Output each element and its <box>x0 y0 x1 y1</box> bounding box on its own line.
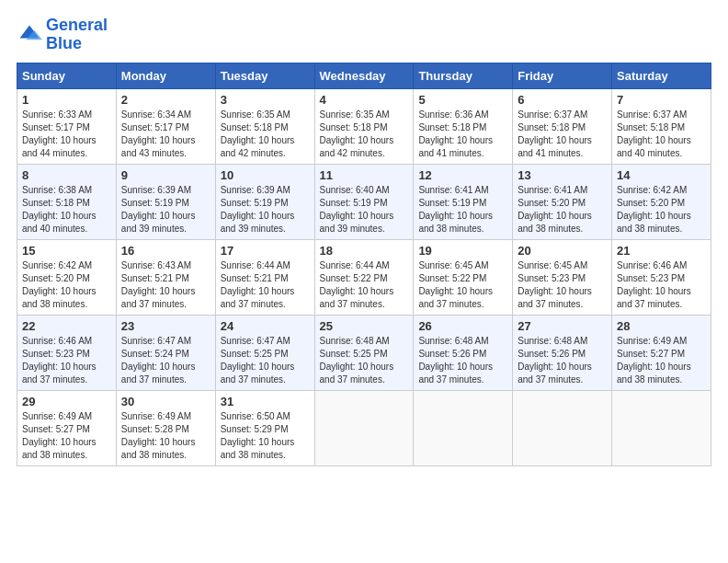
calendar-header-sunday: Sunday <box>17 63 117 88</box>
day-number: 13 <box>518 168 607 182</box>
day-info: Sunrise: 6:37 AMSunset: 5:18 PMDaylight:… <box>617 109 691 158</box>
calendar-cell: 15 Sunrise: 6:42 AMSunset: 5:20 PMDaylig… <box>17 239 117 315</box>
day-number: 25 <box>320 319 409 333</box>
day-info: Sunrise: 6:41 AMSunset: 5:19 PMDaylight:… <box>418 185 493 234</box>
day-number: 11 <box>320 168 409 182</box>
day-number: 30 <box>121 395 210 408</box>
calendar-cell: 10 Sunrise: 6:39 AMSunset: 5:19 PMDaylig… <box>215 164 314 239</box>
calendar-table: SundayMondayTuesdayWednesdayThursdayFrid… <box>17 63 711 466</box>
calendar-cell <box>513 390 612 465</box>
calendar-cell <box>612 390 711 465</box>
calendar-cell: 4 Sunrise: 6:35 AMSunset: 5:18 PMDayligh… <box>314 88 414 164</box>
day-info: Sunrise: 6:45 AMSunset: 5:23 PMDaylight:… <box>518 260 592 309</box>
day-number: 12 <box>418 168 507 182</box>
day-number: 23 <box>121 319 210 333</box>
day-info: Sunrise: 6:46 AMSunset: 5:23 PMDaylight:… <box>617 260 691 309</box>
day-info: Sunrise: 6:45 AMSunset: 5:22 PMDaylight:… <box>418 260 493 309</box>
calendar-header-tuesday: Tuesday <box>215 63 314 88</box>
day-number: 19 <box>418 244 507 258</box>
day-info: Sunrise: 6:39 AMSunset: 5:19 PMDaylight:… <box>121 185 196 234</box>
day-info: Sunrise: 6:42 AMSunset: 5:20 PMDaylight:… <box>617 185 691 234</box>
calendar-cell: 24 Sunrise: 6:47 AMSunset: 5:25 PMDaylig… <box>215 315 314 390</box>
day-info: Sunrise: 6:50 AMSunset: 5:29 PMDaylight:… <box>221 411 295 460</box>
day-number: 6 <box>518 93 607 107</box>
calendar-cell: 12 Sunrise: 6:41 AMSunset: 5:19 PMDaylig… <box>414 164 513 239</box>
calendar-cell: 22 Sunrise: 6:46 AMSunset: 5:23 PMDaylig… <box>17 315 117 390</box>
calendar-cell: 7 Sunrise: 6:37 AMSunset: 5:18 PMDayligh… <box>612 88 711 164</box>
day-info: Sunrise: 6:46 AMSunset: 5:23 PMDaylight:… <box>22 336 97 385</box>
day-info: Sunrise: 6:49 AMSunset: 5:27 PMDaylight:… <box>617 336 691 385</box>
calendar-header-saturday: Saturday <box>612 63 711 88</box>
day-info: Sunrise: 6:44 AMSunset: 5:21 PMDaylight:… <box>221 260 295 309</box>
calendar-header-friday: Friday <box>513 63 612 88</box>
day-number: 16 <box>121 244 210 258</box>
calendar-cell: 3 Sunrise: 6:35 AMSunset: 5:18 PMDayligh… <box>215 88 314 164</box>
day-number: 14 <box>617 168 706 182</box>
day-number: 3 <box>221 93 310 107</box>
day-info: Sunrise: 6:41 AMSunset: 5:20 PMDaylight:… <box>518 185 592 234</box>
day-number: 29 <box>22 395 111 408</box>
calendar-cell: 29 Sunrise: 6:49 AMSunset: 5:27 PMDaylig… <box>17 390 117 465</box>
header: General Blue <box>17 17 711 53</box>
day-info: Sunrise: 6:47 AMSunset: 5:25 PMDaylight:… <box>221 336 295 385</box>
day-number: 2 <box>121 93 210 107</box>
day-info: Sunrise: 6:47 AMSunset: 5:24 PMDaylight:… <box>121 336 196 385</box>
day-info: Sunrise: 6:38 AMSunset: 5:18 PMDaylight:… <box>22 185 97 234</box>
day-number: 28 <box>617 319 706 333</box>
calendar-cell: 9 Sunrise: 6:39 AMSunset: 5:19 PMDayligh… <box>116 164 215 239</box>
day-info: Sunrise: 6:42 AMSunset: 5:20 PMDaylight:… <box>22 260 97 309</box>
day-number: 26 <box>418 319 507 333</box>
day-number: 1 <box>22 93 111 107</box>
day-number: 5 <box>418 93 507 107</box>
calendar-week-row: 29 Sunrise: 6:49 AMSunset: 5:27 PMDaylig… <box>17 390 711 465</box>
calendar-cell: 19 Sunrise: 6:45 AMSunset: 5:22 PMDaylig… <box>414 239 513 315</box>
day-info: Sunrise: 6:37 AMSunset: 5:18 PMDaylight:… <box>518 109 592 158</box>
logo-icon <box>17 22 42 48</box>
day-info: Sunrise: 6:40 AMSunset: 5:19 PMDaylight:… <box>320 185 394 234</box>
calendar-header-wednesday: Wednesday <box>314 63 414 88</box>
day-number: 22 <box>22 319 111 333</box>
day-info: Sunrise: 6:48 AMSunset: 5:25 PMDaylight:… <box>320 336 394 385</box>
day-number: 21 <box>617 244 706 258</box>
day-number: 15 <box>22 244 111 258</box>
logo-text: General Blue <box>46 17 108 53</box>
calendar-cell <box>314 390 414 465</box>
calendar-cell: 27 Sunrise: 6:48 AMSunset: 5:26 PMDaylig… <box>513 315 612 390</box>
calendar-week-row: 8 Sunrise: 6:38 AMSunset: 5:18 PMDayligh… <box>17 164 711 239</box>
calendar-cell: 13 Sunrise: 6:41 AMSunset: 5:20 PMDaylig… <box>513 164 612 239</box>
day-number: 10 <box>221 168 310 182</box>
day-info: Sunrise: 6:48 AMSunset: 5:26 PMDaylight:… <box>518 336 592 385</box>
calendar-week-row: 1 Sunrise: 6:33 AMSunset: 5:17 PMDayligh… <box>17 88 711 164</box>
day-info: Sunrise: 6:36 AMSunset: 5:18 PMDaylight:… <box>418 109 493 158</box>
logo: General Blue <box>17 17 108 53</box>
calendar-cell: 16 Sunrise: 6:43 AMSunset: 5:21 PMDaylig… <box>116 239 215 315</box>
calendar-header-row: SundayMondayTuesdayWednesdayThursdayFrid… <box>17 63 711 88</box>
calendar-header-monday: Monday <box>116 63 215 88</box>
day-info: Sunrise: 6:35 AMSunset: 5:18 PMDaylight:… <box>221 109 295 158</box>
calendar-cell: 31 Sunrise: 6:50 AMSunset: 5:29 PMDaylig… <box>215 390 314 465</box>
calendar-header-thursday: Thursday <box>414 63 513 88</box>
day-number: 24 <box>221 319 310 333</box>
day-number: 31 <box>221 395 310 408</box>
calendar-week-row: 15 Sunrise: 6:42 AMSunset: 5:20 PMDaylig… <box>17 239 711 315</box>
calendar-cell: 6 Sunrise: 6:37 AMSunset: 5:18 PMDayligh… <box>513 88 612 164</box>
calendar-cell: 2 Sunrise: 6:34 AMSunset: 5:17 PMDayligh… <box>116 88 215 164</box>
calendar-cell: 30 Sunrise: 6:49 AMSunset: 5:28 PMDaylig… <box>116 390 215 465</box>
day-number: 17 <box>221 244 310 258</box>
day-info: Sunrise: 6:43 AMSunset: 5:21 PMDaylight:… <box>121 260 196 309</box>
day-info: Sunrise: 6:35 AMSunset: 5:18 PMDaylight:… <box>320 109 394 158</box>
day-number: 20 <box>518 244 607 258</box>
calendar-body: 1 Sunrise: 6:33 AMSunset: 5:17 PMDayligh… <box>17 88 711 465</box>
day-number: 4 <box>320 93 409 107</box>
calendar-cell: 5 Sunrise: 6:36 AMSunset: 5:18 PMDayligh… <box>414 88 513 164</box>
day-number: 8 <box>22 168 111 182</box>
calendar-week-row: 22 Sunrise: 6:46 AMSunset: 5:23 PMDaylig… <box>17 315 711 390</box>
day-info: Sunrise: 6:39 AMSunset: 5:19 PMDaylight:… <box>221 185 295 234</box>
day-number: 7 <box>617 93 706 107</box>
page: General Blue SundayMondayTuesdayWednesda… <box>0 0 728 563</box>
day-info: Sunrise: 6:33 AMSunset: 5:17 PMDaylight:… <box>22 109 97 158</box>
day-info: Sunrise: 6:49 AMSunset: 5:27 PMDaylight:… <box>22 411 97 460</box>
calendar-cell: 11 Sunrise: 6:40 AMSunset: 5:19 PMDaylig… <box>314 164 414 239</box>
calendar-cell: 26 Sunrise: 6:48 AMSunset: 5:26 PMDaylig… <box>414 315 513 390</box>
day-info: Sunrise: 6:44 AMSunset: 5:22 PMDaylight:… <box>320 260 394 309</box>
